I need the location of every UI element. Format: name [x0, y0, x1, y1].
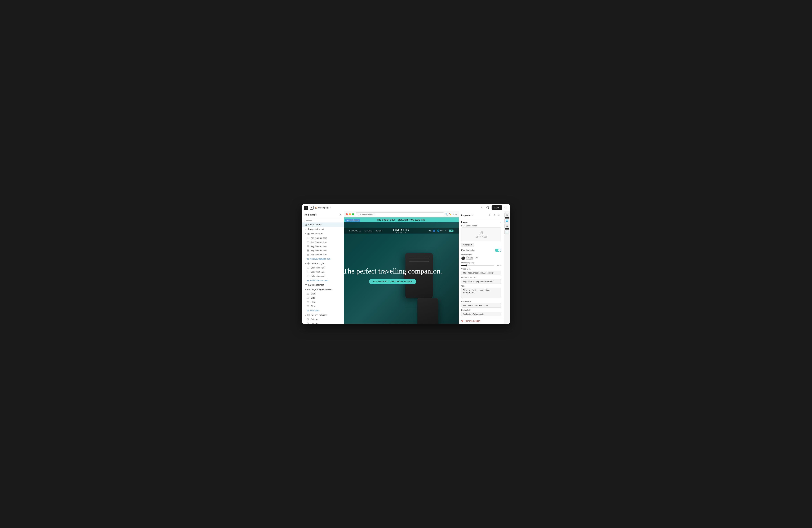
website-preview: PRE-ORDER ONLY – DISPATCH FROM LATE MAY.… [344, 217, 459, 324]
comment-btn[interactable]: 💬 [485, 205, 490, 210]
edit-icon[interactable]: ✏️ [449, 213, 452, 216]
svg-rect-55 [307, 319, 308, 320]
hero-section: PRODUCTS STORE ABOUT TIMOTHY LONDON 🛍 👤 [344, 222, 459, 324]
change-image-btn[interactable]: Change ▾ [461, 243, 474, 247]
remove-section-label: Remove section [465, 320, 480, 322]
svg-rect-27 [308, 255, 309, 256]
button-label-input[interactable] [461, 303, 501, 308]
nav-right: 🛍 👤 🌐 SHIP TO GB [429, 230, 453, 232]
key-features-item-2[interactable]: Key features item [302, 240, 344, 244]
ship-country-badge: GB [449, 230, 453, 232]
close-traffic-light[interactable] [346, 213, 348, 215]
svg-rect-58 [307, 323, 308, 324]
column-icon-1[interactable]: Column [302, 317, 344, 322]
carousel-chevron [304, 289, 306, 291]
collection-card-1[interactable]: Collection card [302, 266, 344, 270]
remove-section-btn[interactable]: 🗑 Remove section [461, 320, 480, 322]
enable-overlay-toggle[interactable] [495, 249, 501, 252]
minimize-traffic-light[interactable] [349, 213, 351, 215]
rail-icon-grid[interactable]: ⊞ [505, 213, 509, 218]
sidebar-close-btn[interactable]: ✕ [339, 213, 342, 216]
svg-rect-40 [305, 284, 307, 285]
nav-products[interactable]: PRODUCTS [349, 230, 361, 232]
button-link-input[interactable] [461, 312, 501, 316]
search-icon[interactable]: 🔍 [445, 213, 448, 216]
site-logo: TIMOTHY LONDON [392, 228, 410, 233]
save-button[interactable]: Save [492, 205, 502, 210]
hero-cta-button[interactable]: DISCOVER ALL OUR TRAVEL GOODS [369, 279, 416, 284]
key-features-group-header[interactable]: Key features [302, 232, 344, 236]
svg-rect-9 [308, 237, 309, 238]
add-collection-card-btn[interactable]: ⊕ Add Collection card [302, 278, 344, 283]
url-bar: 🔍 ✏️ ↗ ⧉ [344, 211, 459, 217]
overlay-color-swatch[interactable] [461, 256, 465, 260]
key-features-item-1[interactable]: Key features item [302, 236, 344, 240]
site-nav: PRODUCTS STORE ABOUT TIMOTHY LONDON 🛍 👤 [344, 228, 459, 234]
slide-icon-4 [307, 305, 309, 307]
nav-about[interactable]: ABOUT [376, 230, 383, 232]
maximize-traffic-light[interactable] [352, 213, 354, 215]
slide-1[interactable]: Slide [302, 292, 344, 296]
content-area: 🔍 ✏️ ↗ ⧉ Image Banner PRE-ORDER ONLY – D… [344, 211, 459, 324]
collection-card-3[interactable]: Collection card [302, 274, 344, 278]
key-features-item-3[interactable]: Key features item [302, 244, 344, 248]
video-url-input[interactable] [461, 270, 501, 275]
carousel-group-header[interactable]: Large image carousel [302, 287, 344, 292]
pointer-tool-btn[interactable]: ↖ [480, 205, 484, 210]
key-features-item-5[interactable]: Key features item [302, 253, 344, 257]
inspector-tab-settings[interactable]: ⚙ [492, 213, 496, 217]
image-banner-icon [304, 223, 307, 226]
column-icon-icon [307, 314, 310, 316]
sidebar-item-image-banner[interactable]: Image banner [302, 222, 344, 227]
rail-icon-settings[interactable]: ⚙ [505, 224, 509, 229]
collection-card-2[interactable]: Collection card [302, 270, 344, 274]
share-icon[interactable]: ↗ [453, 213, 454, 216]
opacity-value: 10 [495, 264, 498, 266]
sidebar-item-large-statement-2[interactable]: Large statement [302, 283, 344, 287]
column-icon-2[interactable]: Column [302, 322, 344, 324]
svg-rect-7 [308, 234, 309, 235]
inspector-tab-layers[interactable]: ⊞ [488, 213, 492, 217]
slide-3[interactable]: Slide [302, 300, 344, 304]
overlay-color-label: Overlay color [461, 253, 501, 255]
slide-4[interactable]: Slide [302, 304, 344, 308]
cc-icon-1 [307, 267, 309, 269]
opacity-slider[interactable] [461, 265, 494, 266]
rail-icon-clock[interactable]: 🕐 [505, 229, 509, 234]
collection-grid-icon [307, 262, 310, 265]
title-label: Title [461, 285, 501, 287]
section-group-column-icon: Column with icon Column [302, 313, 344, 324]
copy-icon[interactable]: ⧉ [455, 213, 457, 216]
toolbar-right: ↖ 💬 Save ⋮ [480, 205, 508, 210]
sidebar-item-large-statement[interactable]: Large statement [302, 227, 344, 232]
inspector-tab-history[interactable]: ⟳ [497, 213, 501, 217]
title-textarea[interactable]: The perfect travelling companion. [461, 288, 501, 298]
inspector-close-btn[interactable]: ✕ [472, 214, 474, 217]
svg-rect-51 [307, 306, 309, 307]
column-icon-group-header[interactable]: Column with icon [302, 313, 344, 317]
bag-icon[interactable]: 🛍 [429, 230, 431, 232]
collection-grid-group-header[interactable]: Collection grid [302, 261, 344, 266]
image-section-header[interactable]: Image ▾ [461, 221, 501, 223]
carousel-label: Large image carousel [311, 288, 332, 291]
rail-icon-globe[interactable]: 🌐 [505, 218, 509, 223]
add-slide-btn[interactable]: ⊕ Add Slide [302, 308, 344, 313]
svg-rect-47 [307, 297, 309, 298]
nav-store[interactable]: STORE [365, 230, 372, 232]
key-features-icon [307, 233, 310, 235]
image-icon: 🖼 [480, 231, 483, 235]
add-key-features-item-btn[interactable]: ⊕ Add Key features item [302, 257, 344, 261]
url-input[interactable] [355, 212, 444, 216]
image-placeholder[interactable]: 🖼 Select image [461, 228, 501, 241]
account-icon[interactable]: 👤 [433, 230, 435, 232]
key-features-item-4[interactable]: Key features item [302, 248, 344, 253]
more-options-btn[interactable]: ⋮ [504, 205, 508, 210]
image-section-chevron: ▾ [501, 221, 501, 223]
svg-rect-11 [308, 238, 309, 239]
svg-rect-4 [308, 233, 308, 234]
slide-2[interactable]: Slide [302, 296, 344, 300]
opacity-slider-thumb[interactable] [466, 264, 468, 266]
kf-item-icon-2 [307, 241, 309, 244]
breadcrumb[interactable]: 🏠 Home page ▾ [315, 206, 331, 209]
mobile-video-url-input[interactable] [461, 279, 501, 284]
